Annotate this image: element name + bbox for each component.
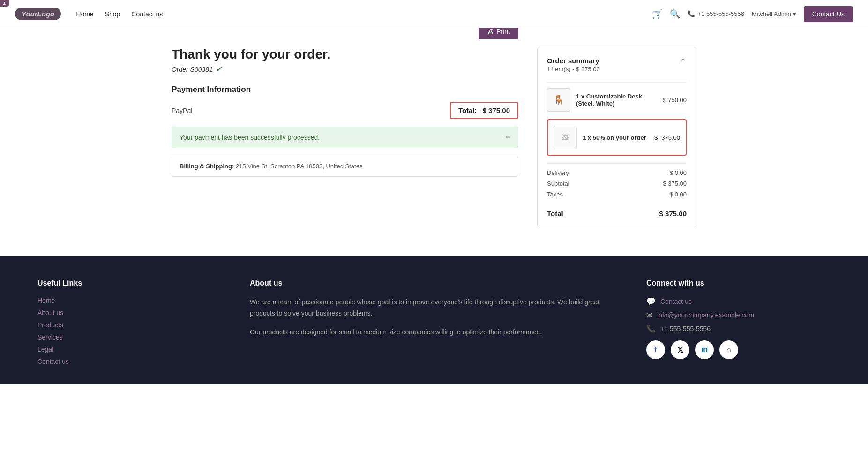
summary-subtitle: 1 item(s) - $ 375.00	[547, 66, 600, 73]
payment-row: PayPal Total: $ 375.00	[172, 102, 518, 119]
subtotal-line: Subtotal $ 375.00	[547, 180, 687, 187]
order-id: Order S00381 ✔	[172, 65, 518, 74]
footer-link-home[interactable]: Home	[37, 297, 55, 304]
subtotal-value: $ 375.00	[663, 180, 687, 187]
footer-link-about[interactable]: About us	[37, 309, 63, 317]
taxes-value: $ 0.00	[670, 191, 687, 198]
item-name-1: 1 x Customizable Desk (Steel, White)	[576, 93, 657, 107]
item-name-discount: 1 x 50% on your order	[583, 134, 649, 141]
taxes-label: Taxes	[547, 191, 563, 198]
delivery-line: Delivery $ 0.00	[547, 169, 687, 176]
page-title: Thank you for your order.	[172, 47, 518, 62]
phone-wrap: 📞 +1 555-555-5556	[688, 10, 744, 17]
footer-about: About us We are a team of passionate peo…	[250, 279, 618, 370]
website-button[interactable]: ⌂	[719, 340, 738, 359]
facebook-icon: f	[654, 346, 657, 354]
chat-icon: 💬	[646, 297, 656, 306]
footer-connect: Connect with us 💬 Contact us ✉ info@your…	[646, 279, 831, 370]
connect-email-link[interactable]: info@yourcompany.example.com	[657, 311, 754, 319]
search-icon[interactable]: 🔍	[670, 9, 680, 19]
about-text-2: Our products are designed for small to m…	[250, 327, 618, 338]
footer-useful-links: Useful Links Home About us Products Serv…	[37, 279, 222, 370]
check-icon: ✔	[216, 65, 222, 74]
nav-contact[interactable]: Contact us	[131, 10, 163, 18]
phone-number: +1 555-555-5556	[698, 10, 744, 17]
item-info-1: 1 x Customizable Desk (Steel, White)	[576, 93, 657, 107]
logo-text: YourLogo	[22, 10, 54, 18]
user-menu[interactable]: Mitchell Admin ▾	[752, 10, 796, 17]
nav-links: Home Shop Contact us	[76, 10, 163, 18]
connect-item-email: ✉ info@yourcompany.example.com	[646, 310, 831, 319]
phone-connect-icon: 📞	[646, 324, 656, 333]
phone-icon: 📞	[688, 10, 695, 17]
order-section: 🖨 Print Thank you for your order. Order …	[172, 47, 518, 177]
footer-link-products[interactable]: Products	[37, 321, 63, 329]
taxes-line: Taxes $ 0.00	[547, 191, 687, 198]
contact-us-button[interactable]: Contact Us	[804, 6, 853, 22]
item-image-discount: 🖼	[554, 126, 577, 149]
footer: Useful Links Home About us Products Serv…	[0, 256, 868, 384]
item-price-1: $ 750.00	[663, 97, 687, 104]
chevron-down-icon: ▾	[793, 10, 796, 17]
connect-item-phone: 📞 +1 555-555-5556	[646, 324, 831, 333]
nav-shop[interactable]: Shop	[105, 10, 120, 18]
billing-box: Billing & Shipping: 215 Vine St, Scranto…	[172, 156, 518, 177]
linkedin-icon: in	[701, 346, 708, 354]
delivery-label: Delivery	[547, 169, 569, 176]
navbar-right: 🛒 🔍 📞 +1 555-555-5556 Mitchell Admin ▾ C…	[652, 6, 853, 22]
chevron-up-icon[interactable]: ⌃	[680, 57, 687, 67]
cart-icon[interactable]: 🛒	[652, 9, 662, 19]
linkedin-button[interactable]: in	[695, 340, 714, 359]
twitter-button[interactable]: 𝕏	[671, 340, 689, 359]
summary-header-text: Order summary 1 item(s) - $ 375.00	[547, 57, 600, 73]
logo: YourLogo	[15, 8, 61, 20]
nav-home[interactable]: Home	[76, 10, 93, 18]
useful-links-title: Useful Links	[37, 279, 222, 287]
footer-link-services[interactable]: Services	[37, 333, 63, 341]
about-text-1: We are a team of passionate people whose…	[250, 297, 618, 319]
navbar-left: YourLogo Home Shop Contact us	[15, 8, 163, 20]
main-content: 🖨 Print Thank you for your order. Order …	[153, 47, 715, 227]
print-icon: 🖨	[487, 28, 494, 35]
grand-total-label: Total	[547, 210, 563, 218]
edit-icon: ✏	[506, 134, 510, 141]
item-image-1: 🪑	[547, 88, 570, 112]
payment-section-title: Payment Information	[172, 85, 518, 94]
summary-totals: Delivery $ 0.00 Subtotal $ 375.00 Taxes …	[547, 163, 687, 218]
total-value: $ 375.00	[483, 106, 510, 114]
footer-link-legal[interactable]: Legal	[37, 346, 53, 353]
summary-title: Order summary	[547, 57, 600, 65]
footer-link-contact[interactable]: Contact us	[37, 358, 69, 365]
connect-phone: +1 555-555-5556	[660, 325, 711, 332]
total-label: Total:	[458, 106, 477, 114]
connect-item-contact: 💬 Contact us	[646, 297, 831, 306]
item-info-discount: 1 x 50% on your order	[583, 134, 649, 141]
navbar: YourLogo Home Shop Contact us 🛒 🔍 📞 +1 5…	[0, 0, 868, 28]
image-placeholder-icon: 🖼	[562, 134, 569, 141]
delivery-value: $ 0.00	[670, 169, 687, 176]
payment-method: PayPal	[172, 107, 192, 114]
social-icons: f 𝕏 in ⌂	[646, 340, 831, 359]
facebook-button[interactable]: f	[646, 340, 665, 359]
item-price-discount: $ -375.00	[654, 134, 680, 141]
order-item-discount: 🖼 1 x 50% on your order $ -375.00	[547, 119, 687, 156]
footer-grid: Useful Links Home About us Products Serv…	[37, 279, 831, 370]
subtotal-label: Subtotal	[547, 180, 569, 187]
email-icon: ✉	[646, 310, 652, 319]
grand-total-value: $ 375.00	[659, 210, 687, 218]
desk-icon: 🪑	[553, 94, 565, 106]
about-title: About us	[250, 279, 618, 287]
order-summary: Order summary 1 item(s) - $ 375.00 ⌃ 🪑 1…	[537, 47, 696, 227]
billing-address: 215 Vine St, Scranton PA 18503, United S…	[236, 163, 363, 170]
connect-title: Connect with us	[646, 279, 831, 287]
user-name: Mitchell Admin	[752, 10, 791, 17]
grand-total-line: Total $ 375.00	[547, 204, 687, 218]
twitter-icon: 𝕏	[677, 346, 683, 355]
useful-links-list: Home About us Products Services Legal Co…	[37, 297, 222, 365]
connect-contact-link[interactable]: Contact us	[660, 298, 692, 305]
home-icon: ⌂	[726, 346, 731, 354]
order-item-1: 🪑 1 x Customizable Desk (Steel, White) $…	[547, 82, 687, 117]
billing-label: Billing & Shipping:	[180, 163, 234, 170]
odoo-badge: ▲	[0, 0, 9, 7]
total-box: Total: $ 375.00	[450, 102, 518, 119]
